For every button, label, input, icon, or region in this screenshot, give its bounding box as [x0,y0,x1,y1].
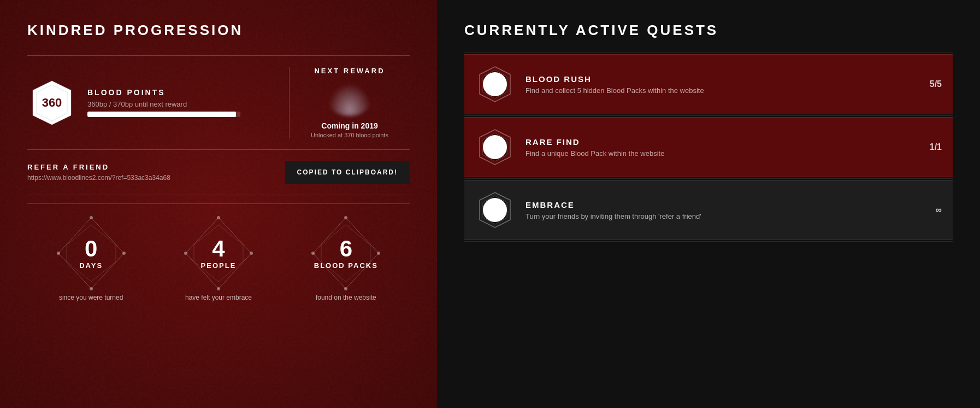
quests-title: CURRENTLY ACTIVE QUESTS [464,22,953,39]
stat-people: 4 PEOPLE have felt your embrace [180,215,257,301]
bp-section: 360 BLOOD POINTS 360bp / 370bp until nex… [27,55,410,150]
bp-sub: 360bp / 370bp until next reward [87,100,240,108]
quest-desc-rare-find: Find a unique Blood Pack within the webs… [526,149,904,158]
quest-card-embrace: 50 BP EMBRACE Turn your friends by invit… [464,180,953,240]
svg-point-8 [57,252,60,255]
quest-badge-bp-3: BP [489,213,501,219]
quest-badge-num-3: 50 [489,202,501,213]
diamond-frame-bloodpacks: 6 BLOOD PACKS [308,215,384,292]
diamond-frame-days: 0 DAYS [53,215,129,292]
left-panel: KINDRED PROGRESSION 360 BLOOD POINTS 360… [0,0,437,408]
stat-unit-bloodpacks: BLOOD PACKS [314,261,378,270]
next-reward-section: NEXT REWARD Coming in 2019 Unlocked at 3… [290,56,410,149]
kindred-title: KINDRED PROGRESSION [27,22,410,39]
stat-bloodpacks: 6 BLOOD PACKS found on the website [308,215,384,301]
bp-info: BLOOD POINTS 360bp / 370bp until next re… [87,88,240,117]
right-panel: CURRENTLY ACTIVE QUESTS 50 BP BLOOD RUSH… [437,0,980,408]
progress-fill [87,112,236,117]
quest-card-blood-rush: 50 BP BLOOD RUSH Find and collect 5 hidd… [464,54,953,114]
svg-point-7 [90,287,93,290]
quest-desc-embrace: Turn your friends by inviting them throu… [526,212,904,220]
quest-badge-embrace: 50 BP [475,190,515,230]
stat-days: 0 DAYS since you were turned [53,215,129,301]
quest-badge-text-rare-find: 50 BP [489,139,501,156]
next-reward-title: NEXT REWARD [314,67,385,75]
refer-info: REFER A FRIEND https://www.bloodlines2.c… [27,163,170,182]
quest-badge-bp-2: BP [489,150,501,156]
stat-number-people: 4 [201,237,237,260]
stat-unit-days: DAYS [79,261,103,270]
svg-point-5 [90,216,93,219]
mid-divider-2 [464,178,953,179]
stat-number-bloodpacks: 6 [314,237,378,260]
diamond-frame-people: 4 PEOPLE [180,215,257,292]
quest-progress-blood-rush: 5/5 [914,79,942,89]
refer-label: REFER A FRIEND [27,163,170,171]
bp-label: BLOOD POINTS [87,88,240,97]
quest-info-embrace: EMBRACE Turn your friends by inviting th… [526,200,904,220]
stat-desc-bloodpacks: found on the website [316,294,376,301]
svg-point-11 [217,216,220,219]
svg-point-17 [344,216,347,219]
refer-section: REFER A FRIEND https://www.bloodlines2.c… [27,150,410,195]
svg-point-13 [217,287,220,290]
coming-in-text: Coming in 2019 [321,121,377,130]
quest-progress-embrace: ∞ [914,205,942,215]
bp-hexagon-badge: 360 [27,78,76,127]
unlock-text: Unlocked at 370 blood points [311,132,388,138]
svg-point-6 [122,252,126,255]
svg-point-14 [184,252,187,255]
svg-point-19 [344,287,347,290]
quest-info-blood-rush: BLOOD RUSH Find and collect 5 hidden Blo… [526,74,904,95]
svg-point-12 [250,252,253,255]
quest-name-blood-rush: BLOOD RUSH [526,74,904,84]
smoke-effect [328,83,371,116]
quest-badge-blood-rush: 50 BP [475,65,515,104]
stats-row: 0 DAYS since you were turned 4 P [27,203,410,312]
quest-badge-bp-1: BP [489,87,501,93]
stat-content-bloodpacks: 6 BLOOD PACKS [314,237,378,270]
stat-number-days: 0 [79,237,103,260]
quest-name-embrace: EMBRACE [526,200,904,209]
quest-badge-num-1: 50 [489,76,501,87]
stat-content-people: 4 PEOPLE [201,237,237,270]
stat-content-days: 0 DAYS [79,237,103,270]
quest-progress-rare-find: 1/1 [914,142,942,152]
quest-info-rare-find: RARE FIND Find a unique Blood Pack withi… [526,137,904,158]
reward-image [328,83,371,116]
svg-text:360: 360 [42,96,62,109]
quest-card-rare-find: 50 BP RARE FIND Find a unique Blood Pack… [464,117,953,177]
quest-badge-rare-find: 50 BP [475,127,515,167]
stat-unit-people: PEOPLE [201,261,237,270]
quest-name-rare-find: RARE FIND [526,137,904,147]
quest-badge-num-2: 50 [489,139,501,150]
bottom-divider [464,241,953,242]
progress-bar [87,112,240,117]
bp-left: 360 BLOOD POINTS 360bp / 370bp until nex… [27,67,290,138]
quest-desc-blood-rush: Find and collect 5 hidden Blood Packs wi… [526,86,904,95]
quest-badge-text-embrace: 50 BP [489,202,501,219]
top-divider [464,53,953,53]
clipboard-button[interactable]: COPIED TO CLIPBOARD! [285,161,410,184]
stat-desc-days: since you were turned [59,294,123,301]
quest-badge-text-blood-rush: 50 BP [489,76,501,93]
stat-desc-people: have felt your embrace [185,294,252,301]
refer-url: https://www.bloodlines2.com/?ref=533ac3a… [27,174,170,182]
mid-divider-1 [464,115,953,116]
